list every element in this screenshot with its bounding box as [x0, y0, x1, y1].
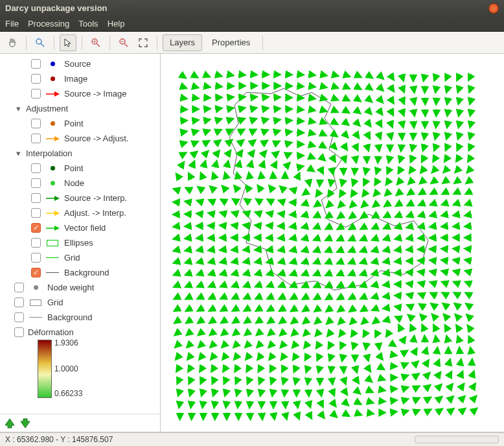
svg-line-530 [338, 296, 343, 299]
svg-line-344 [290, 215, 297, 215]
checkbox[interactable] [31, 238, 41, 248]
svg-line-127 [192, 120, 198, 121]
svg-line-503 [326, 285, 332, 288]
svg-line-786 [297, 413, 299, 419]
caret-down-icon[interactable]: ▾ [14, 148, 22, 158]
svg-line-753 [214, 401, 215, 408]
layers-button[interactable]: Layers [163, 34, 202, 51]
svg-line-286 [222, 186, 227, 191]
svg-line-256 [176, 174, 180, 179]
svg-line-430 [384, 250, 390, 251]
svg-line-755 [238, 401, 238, 408]
checkbox[interactable] [31, 163, 41, 173]
layer-image[interactable]: Image [64, 74, 87, 84]
checkbox[interactable] [31, 134, 41, 143]
svg-line-693 [425, 360, 428, 366]
menu-help[interactable]: Help [108, 19, 125, 29]
svg-line-373 [326, 226, 332, 229]
svg-line-640 [413, 336, 414, 343]
fit-tool[interactable] [135, 34, 152, 51]
svg-line-367 [255, 225, 262, 226]
checkbox[interactable] [14, 327, 24, 337]
svg-line-774 [460, 396, 464, 401]
zoom-in-tool[interactable] [87, 34, 104, 51]
canvas[interactable] [161, 54, 504, 432]
svg-line-459 [418, 261, 425, 261]
svg-line-212 [273, 152, 279, 156]
layer-grid[interactable]: Grid [47, 298, 63, 307]
svg-line-686 [343, 366, 344, 373]
svg-line-180 [203, 141, 209, 144]
svg-line-561 [395, 307, 402, 308]
svg-line-158 [250, 130, 256, 132]
svg-line-783 [262, 413, 262, 419]
svg-line-554 [315, 308, 320, 312]
svg-line-609 [352, 331, 355, 336]
svg-line-199 [423, 145, 425, 151]
layer-background[interactable]: Background [47, 312, 92, 322]
svg-line-34 [320, 75, 326, 76]
group-interpolation[interactable]: Interpolation [26, 148, 73, 158]
checkbox[interactable] [31, 178, 41, 188]
checkbox[interactable] [31, 208, 41, 218]
svg-line-472 [267, 273, 273, 275]
menu-tools[interactable]: Tools [78, 19, 98, 29]
properties-button[interactable]: Properties [205, 34, 257, 51]
zoom-tool[interactable] [32, 34, 49, 51]
layer-adj-source[interactable]: Source -> Adjust. [64, 134, 128, 143]
svg-line-763 [332, 401, 336, 406]
close-icon[interactable] [488, 3, 499, 14]
pan-tool[interactable] [4, 34, 21, 51]
caret-down-icon[interactable]: ▾ [14, 104, 22, 113]
svg-line-754 [226, 401, 227, 408]
svg-line-345 [302, 215, 308, 217]
checkbox[interactable] [31, 59, 41, 69]
checkbox[interactable] [31, 74, 41, 84]
menu-processing[interactable]: Processing [28, 19, 69, 29]
svg-line-787 [308, 413, 312, 419]
layer-source[interactable]: Source [64, 59, 91, 69]
svg-line-674 [200, 366, 203, 371]
move-up-button[interactable] [4, 417, 16, 429]
layer-source-image[interactable]: Source -> Image [64, 89, 126, 99]
layer-adj-point[interactable]: Point [64, 119, 84, 128]
layer-int-node[interactable]: Node [64, 178, 84, 188]
group-adjustment[interactable]: Adjustment [26, 104, 68, 113]
svg-line-596 [198, 331, 203, 335]
svg-line-707 [283, 378, 285, 384]
svg-line-240 [297, 166, 303, 167]
layer-vector-field[interactable]: Vector field [64, 223, 106, 233]
zoom-out-tool[interactable] [115, 34, 132, 51]
svg-line-357 [442, 215, 448, 216]
layer-ellipses[interactable]: Ellipses [64, 238, 93, 248]
layer-int-point[interactable]: Point [64, 163, 84, 173]
layer-int-background[interactable]: Background [64, 268, 109, 277]
checkbox[interactable] [31, 268, 41, 277]
checkbox[interactable] [31, 193, 41, 203]
svg-line-250 [409, 168, 413, 173]
pointer-tool[interactable] [60, 34, 76, 51]
layer-deformation[interactable]: Déformation [28, 327, 74, 337]
svg-line-51 [215, 86, 222, 87]
svg-line-407 [418, 238, 425, 239]
layer-int-adjust[interactable]: Adjust. -> Interp. [64, 208, 126, 218]
checkbox[interactable] [14, 312, 24, 322]
checkbox[interactable] [31, 119, 41, 128]
svg-line-117 [378, 110, 382, 115]
layer-node-weight[interactable]: Node weight [47, 283, 94, 292]
checkbox[interactable] [31, 223, 41, 233]
menu-file[interactable]: File [5, 19, 19, 29]
layer-int-grid[interactable]: Grid [64, 253, 80, 263]
layer-int-source[interactable]: Source -> Interp. [64, 193, 127, 203]
svg-line-471 [255, 273, 262, 275]
move-down-button[interactable] [19, 417, 31, 429]
checkbox[interactable] [31, 253, 41, 263]
svg-line-35 [332, 75, 338, 76]
svg-line-438 [174, 261, 180, 263]
svg-line-107 [262, 108, 268, 110]
checkbox[interactable] [14, 283, 24, 292]
checkbox[interactable] [14, 298, 24, 307]
layer-tree[interactable]: Source Image Source -> Image ▾Adjustment… [0, 54, 160, 414]
svg-line-142 [367, 121, 371, 126]
checkbox[interactable] [31, 89, 41, 99]
